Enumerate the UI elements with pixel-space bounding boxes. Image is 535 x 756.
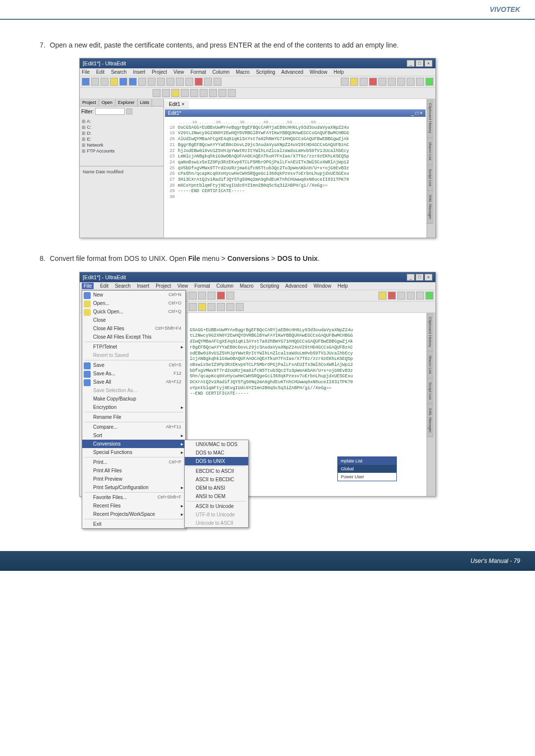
toolbar-icon[interactable] [176, 78, 184, 86]
code-editor[interactable]: GSAGG+EUBBxUwMYAvBqgrBgEFBQcCARYjaEB0cHH… [188, 313, 427, 399]
toolbar-icon[interactable] [407, 78, 415, 86]
file-tab[interactable]: Edit1 × [164, 101, 189, 108]
menu-item-print-all-files[interactable]: Print All Files [82, 466, 185, 475]
toolbar-icon[interactable] [119, 78, 127, 86]
toolbar-icon[interactable] [236, 303, 244, 311]
vtab-script[interactable]: Script List [427, 378, 433, 404]
menu-item-compare-[interactable]: Compare...Alt+F11 [82, 423, 185, 431]
toolbar-icon[interactable] [198, 303, 206, 311]
toolbar-icon[interactable] [217, 303, 225, 311]
toolbar-icon[interactable] [208, 303, 215, 311]
panel-tab-open[interactable]: Open [99, 99, 115, 106]
toolbar-icon[interactable] [171, 89, 179, 97]
template-row[interactable]: Power User [338, 473, 396, 481]
submenu-item-dos-to-unix[interactable]: DOS to UNIX [185, 457, 248, 465]
toolbar-icon[interactable] [218, 89, 226, 97]
menu-item-open-[interactable]: Open...Ctrl+O [82, 299, 185, 307]
toolbar-icon[interactable] [204, 78, 212, 86]
toolbar-icon[interactable] [378, 78, 386, 86]
toolbar-icon[interactable] [162, 89, 170, 97]
menu-item-exit[interactable]: Exit [82, 520, 185, 528]
toolbar-icon[interactable] [388, 78, 396, 86]
menu-item-close-all-files-except-this[interactable]: Close All Files Except This [82, 333, 185, 341]
toolbar-icon[interactable] [378, 292, 386, 300]
toolbar-icon[interactable] [195, 78, 203, 86]
toolbar-icon[interactable] [416, 78, 424, 86]
toolbar-icon[interactable] [341, 78, 349, 86]
toolbar-icon[interactable] [101, 78, 108, 86]
menu-item-save-as-[interactable]: Save As...F12 [82, 369, 185, 378]
tree-item[interactable]: FTP Accounts [82, 148, 161, 154]
menu-item-conversions[interactable]: Conversions▸UNIX/MAC to DOSDOS to MACDOS… [82, 440, 185, 448]
menu-item-rename-file[interactable]: Rename File [82, 413, 185, 421]
toolbar-icon[interactable] [153, 89, 160, 97]
menu-item-quick-open-[interactable]: Quick Open...Ctrl+Q [82, 307, 185, 316]
toolbar-icon[interactable] [226, 292, 234, 300]
menu-item-make-copy-backup[interactable]: Make Copy/Backup [82, 395, 185, 403]
toolbar-icon[interactable] [209, 89, 217, 97]
toolbar-icon[interactable] [226, 303, 234, 311]
code-editor[interactable]: ......10........20........30........40..… [164, 118, 427, 202]
menu-item-new[interactable]: NewCtrl+N [82, 291, 185, 299]
filter-go-icon[interactable] [126, 108, 132, 114]
panel-tab-project[interactable]: Project [80, 99, 99, 106]
submenu-item-ascii-to-unicode[interactable]: ASCII to Unicode [185, 502, 248, 510]
close-button[interactable]: × [425, 60, 432, 67]
toolbar-icon[interactable] [110, 78, 118, 86]
toolbar-icon[interactable] [189, 303, 197, 311]
menu-item-recent-files[interactable]: Recent Files▸ [82, 502, 185, 510]
toolbar-icon[interactable] [198, 292, 206, 300]
panel-tab-explorer[interactable]: Explorer [115, 99, 138, 106]
menu-item-special-functions[interactable]: Special Functions▸ [82, 448, 185, 456]
menu-item-print-[interactable]: Print...Ctrl+P [82, 458, 185, 466]
vtab-xml[interactable]: XML Manager [427, 404, 433, 437]
toolbar-icon[interactable] [129, 78, 137, 86]
toolbar-icon[interactable] [148, 78, 156, 86]
maximize-button[interactable]: □ [416, 274, 424, 281]
minimize-button[interactable]: _ [407, 60, 415, 67]
menu-item-close-all-files[interactable]: Close All FilesCtrl+Shift+F4 [82, 324, 185, 333]
menu-item-close[interactable]: Close [82, 316, 185, 324]
toolbar-icon[interactable] [190, 89, 198, 97]
tree-item[interactable]: E: [82, 136, 161, 142]
toolbar-icon[interactable] [388, 292, 396, 300]
menu-bar[interactable]: File Edit Search Insert Project View For… [80, 68, 435, 76]
vtab-macro[interactable]: Macro List [427, 138, 433, 165]
menu-item-ftp-telnet[interactable]: FTP/Telnet▸ [82, 343, 185, 351]
vtab-clipboard[interactable]: Clipboard History [427, 313, 433, 352]
toolbar-icon[interactable] [397, 292, 405, 300]
toolbar-icon[interactable] [138, 78, 146, 86]
toolbar-icon[interactable] [360, 78, 368, 86]
template-row[interactable]: Global [338, 465, 396, 473]
toolbar-icon[interactable] [369, 78, 377, 86]
submenu-item-dos-to-mac[interactable]: DOS to MAC [185, 449, 248, 457]
toolbar-icon[interactable] [157, 78, 165, 86]
menu-item-encryption[interactable]: Encryption▸ [82, 403, 185, 411]
menu-item-print-preview[interactable]: Print Preview [82, 475, 185, 483]
filter-input[interactable] [95, 108, 125, 115]
minimize-button[interactable]: _ [407, 274, 415, 281]
toolbar-icon[interactable] [181, 89, 189, 97]
toolbar-icon[interactable] [217, 292, 225, 300]
vtab-macro[interactable]: Macro List [427, 352, 433, 378]
toolbar-icon[interactable] [407, 292, 415, 300]
vtab-xml[interactable]: XML Manager [427, 191, 433, 224]
maximize-button[interactable]: □ [416, 60, 424, 67]
tree-item[interactable]: C: [82, 124, 161, 130]
toolbar-icon[interactable] [91, 78, 99, 86]
toolbar-icon[interactable] [397, 78, 405, 86]
menu-bar[interactable]: File Edit Search Insert Project View For… [80, 282, 435, 290]
toolbar-icon[interactable] [189, 292, 197, 300]
vtab-clipboard[interactable]: Clipboard History [427, 99, 433, 138]
panel-tab-lists[interactable]: Lists [138, 99, 153, 106]
toolbar-icon[interactable] [82, 78, 90, 86]
submenu-item-oem-to-ansi[interactable]: OEM to ANSI [185, 484, 248, 492]
toolbar-icon[interactable] [350, 78, 358, 86]
menu-item-save-all[interactable]: Save AllAlt+F12 [82, 378, 185, 386]
menu-item-save[interactable]: SaveCtrl+S [82, 361, 185, 369]
tree-item[interactable]: Network [82, 142, 161, 148]
toolbar-icon[interactable] [185, 78, 193, 86]
tree-item[interactable]: A: [82, 118, 161, 124]
close-button[interactable]: × [425, 274, 432, 281]
submenu-item-ansi-to-oem[interactable]: ANSI to OEM [185, 492, 248, 501]
